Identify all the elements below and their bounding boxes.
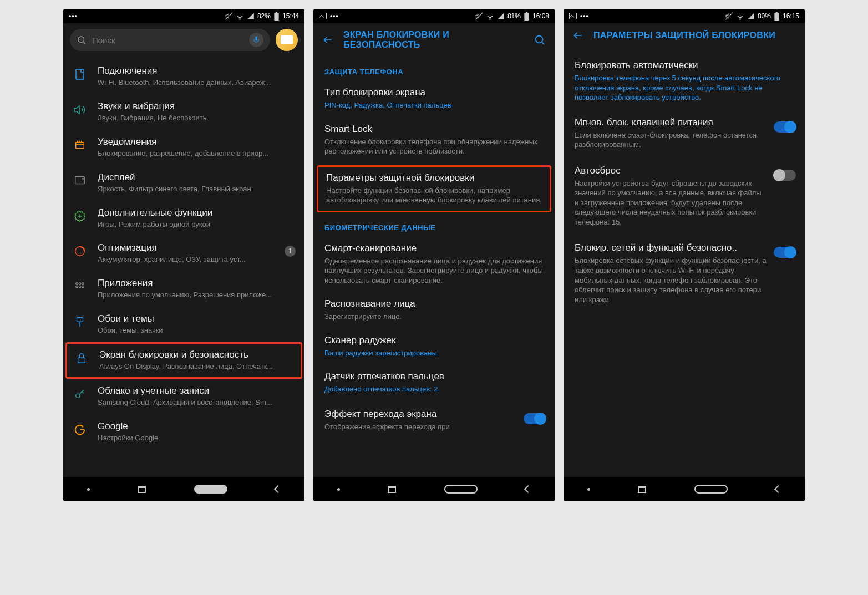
toggle-switch[interactable] <box>774 121 796 133</box>
item-subtitle: Аккумулятор, хранилище, ОЗУ, защита уст.… <box>98 255 275 265</box>
nav-back-button[interactable] <box>275 486 281 492</box>
item-title: Автосброс <box>575 165 767 176</box>
settings-item-lockscreen-security[interactable]: Экран блокировки и безопасность Always O… <box>65 342 302 379</box>
back-arrow-icon[interactable] <box>572 30 583 41</box>
item-face-recognition[interactable]: Распознавание лица Зарегистрируйте лицо. <box>313 292 555 328</box>
item-secure-lock-params[interactable]: Параметры защитной блокировки Настройте … <box>317 165 551 212</box>
toggle-switch[interactable] <box>774 247 796 258</box>
svg-rect-38 <box>774 13 779 20</box>
settings-item-sounds[interactable]: Звуки и вибрация Звуки, Вибрация, Не бес… <box>63 94 304 130</box>
item-subtitle: Отображение эффекта перехода при <box>324 422 517 432</box>
clock-time: 16:08 <box>532 12 549 20</box>
item-title: Smart Lock <box>324 124 544 135</box>
svg-point-17 <box>76 283 78 285</box>
item-iris-scanner[interactable]: Сканер радужек Ваши радужки зарегистриро… <box>313 328 555 365</box>
app-bar: ЭКРАН БЛОКИРОВКИ И БЕЗОПАСНОСТЬ <box>313 23 555 57</box>
settings-item-google[interactable]: Google Настройки Google <box>63 414 304 450</box>
item-subtitle: Одновременное распознавание лица и радуж… <box>324 256 544 286</box>
settings-item-display[interactable]: Дисплей Яркость, Фильтр синего света, Гл… <box>63 165 304 201</box>
settings-item-optimization[interactable]: Оптимизация Аккумулятор, хранилище, ОЗУ,… <box>63 236 304 271</box>
item-smart-lock[interactable]: Smart Lock Отключение блокировки телефон… <box>313 117 555 163</box>
item-title: Уведомления <box>98 136 296 148</box>
profile-avatar[interactable] <box>276 29 298 51</box>
document-icon <box>73 68 87 81</box>
nav-menu-button[interactable] <box>87 488 90 491</box>
svg-rect-7 <box>76 142 84 148</box>
svg-point-18 <box>79 283 81 285</box>
settings-item-wallpaper[interactable]: Обои и темы Обои, темы, значки <box>63 307 304 342</box>
clock-time: 16:15 <box>783 12 799 20</box>
screenshot-notification-icon <box>319 13 327 19</box>
nav-home-button[interactable] <box>444 485 478 494</box>
notification-dots-icon: ••• <box>330 12 339 20</box>
avatar-icon <box>281 35 293 44</box>
settings-item-connections[interactable]: Подключения Wi-Fi, Bluetooth, Использова… <box>63 59 304 94</box>
key-icon <box>74 388 86 400</box>
search-input[interactable] <box>92 35 243 45</box>
settings-item-apps[interactable]: Приложения Приложения по умолчанию, Разр… <box>63 271 304 307</box>
battery-icon <box>524 12 530 21</box>
settings-item-cloud-accounts[interactable]: Облако и учетные записи Samsung Cloud, А… <box>63 379 304 414</box>
secure-lock-list[interactable]: Блокировать автоматически Блокировка тел… <box>564 48 805 477</box>
item-title: Приложения <box>98 278 296 289</box>
signal-icon <box>247 12 255 20</box>
item-title: Звуки и вибрация <box>98 101 296 112</box>
item-subtitle: Обои, темы, значки <box>98 326 296 335</box>
item-subtitle: Отключение блокировки телефона при обнар… <box>324 137 544 156</box>
item-subtitle: Яркость, Фильтр синего света, Главный эк… <box>98 185 296 194</box>
settings-item-advanced[interactable]: Дополнительные функции Игры, Режим работ… <box>63 201 304 236</box>
item-title: Google <box>98 421 296 432</box>
nav-recent-button[interactable] <box>638 486 646 493</box>
back-arrow-icon[interactable] <box>322 34 333 45</box>
app-bar: ПАРАМЕТРЫ ЗАЩИТНОЙ БЛОКИРОВКИ <box>564 23 805 48</box>
svg-point-19 <box>82 283 84 285</box>
notification-dots-icon: ••• <box>580 12 589 20</box>
nav-home-button[interactable] <box>694 485 728 494</box>
status-bar: ••• 82% 15:44 <box>63 9 304 23</box>
item-title: Смарт-сканирование <box>324 243 544 254</box>
toggle-switch[interactable] <box>774 170 796 181</box>
nav-home-button[interactable] <box>194 485 227 494</box>
svg-point-29 <box>490 18 490 19</box>
item-title: Мгнов. блок. клавишей питания <box>575 117 767 128</box>
settings-item-notifications[interactable]: Уведомления Блокирование, разрешение, до… <box>63 130 304 165</box>
vibrate-mute-icon <box>475 12 483 20</box>
item-title: Экран блокировки и безопасность <box>99 349 294 360</box>
item-title: Блокировать автоматически <box>575 60 794 71</box>
battery-icon <box>273 12 280 21</box>
item-subtitle: Игры, Режим работы одной рукой <box>98 220 296 230</box>
nav-back-button[interactable] <box>525 486 531 492</box>
voice-search-button[interactable] <box>249 33 263 47</box>
optimization-icon <box>74 245 86 257</box>
item-auto-reset[interactable]: Автосброс Настройки устройства будут сбр… <box>564 157 805 235</box>
item-power-key-lock[interactable]: Мгнов. блок. клавишей питания Если включ… <box>564 109 805 157</box>
item-network-security-lock[interactable]: Блокир. сетей и функций безопасно.. Блок… <box>564 235 805 312</box>
item-transition-effect[interactable]: Эффект перехода экрана Отображение эффек… <box>313 401 555 440</box>
phone-screen-lock-security: ••• 81% 16:08 ЭКРАН БЛОКИРОВКИ И БЕЗОПАС… <box>313 9 555 501</box>
nav-recent-button[interactable] <box>138 486 146 493</box>
item-subtitle: Настройки устройства будут сброшены до з… <box>575 179 767 227</box>
navigation-bar <box>564 477 805 501</box>
search-field[interactable] <box>70 29 270 51</box>
toggle-switch[interactable] <box>524 413 546 424</box>
settings-list[interactable]: Подключения Wi-Fi, Bluetooth, Использова… <box>63 57 304 477</box>
battery-percent: 80% <box>758 12 771 20</box>
item-fingerprint-sensor[interactable]: Датчик отпечатков пальцев Добавлено отпе… <box>313 364 555 401</box>
section-header-phone-protection: ЗАЩИТА ТЕЛЕФОНА <box>313 59 555 80</box>
search-row <box>63 23 304 57</box>
nav-back-button[interactable] <box>775 486 781 492</box>
battery-percent: 82% <box>257 12 271 20</box>
svg-point-4 <box>78 37 84 43</box>
item-title: Сканер радужек <box>324 335 544 346</box>
nav-recent-button[interactable] <box>388 486 396 493</box>
item-smart-scan[interactable]: Смарт-сканирование Одновременное распозн… <box>313 236 555 292</box>
nav-menu-button[interactable] <box>337 488 340 491</box>
search-icon[interactable] <box>534 34 546 46</box>
item-lock-automatically[interactable]: Блокировать автоматически Блокировка тел… <box>564 50 805 109</box>
lock-icon <box>75 352 88 364</box>
security-settings-list[interactable]: ЗАЩИТА ТЕЛЕФОНА Тип блокировки экрана PI… <box>313 57 555 477</box>
item-screen-lock-type[interactable]: Тип блокировки экрана PIN-код, Радужка, … <box>313 80 555 117</box>
item-subtitle: Звуки, Вибрация, Не беспокоить <box>98 114 296 123</box>
nav-menu-button[interactable] <box>587 488 590 491</box>
svg-rect-6 <box>76 69 84 79</box>
